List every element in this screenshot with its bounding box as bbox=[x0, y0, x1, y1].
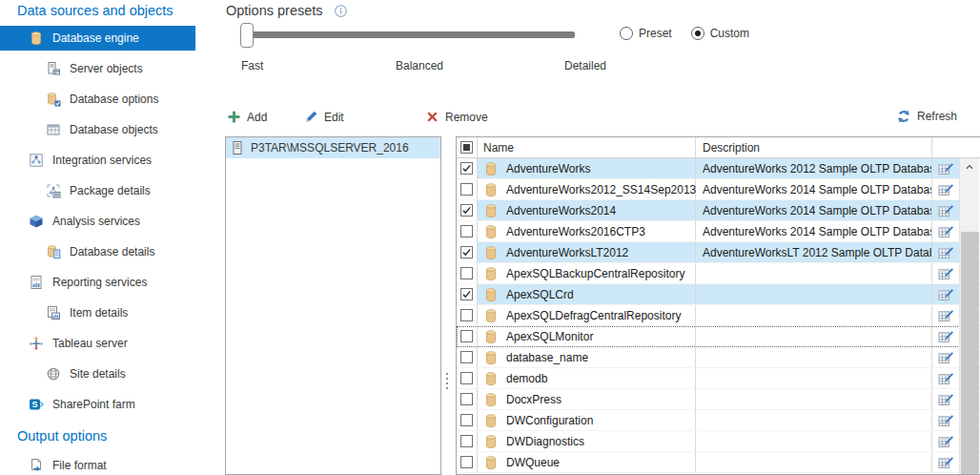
row-checkbox[interactable] bbox=[460, 456, 473, 468]
server-list-item[interactable]: P3TAR\MSSQLSERVER_2016 bbox=[226, 137, 440, 158]
row-description-cell[interactable] bbox=[696, 263, 932, 283]
row-checkbox-cell[interactable] bbox=[457, 284, 478, 304]
sidebar-item-database-details[interactable]: Database details bbox=[0, 237, 221, 267]
sidebar-item-file-format[interactable]: File format bbox=[0, 450, 221, 475]
row-name-cell[interactable]: ApexSQLMonitor bbox=[478, 326, 696, 346]
radio-custom-circle[interactable] bbox=[691, 27, 704, 40]
row-checkbox[interactable] bbox=[460, 183, 473, 196]
sidebar-item-tableau-server[interactable]: Tableau server bbox=[0, 328, 221, 359]
row-name-cell[interactable]: DWConfiguration bbox=[478, 410, 696, 430]
row-description-cell[interactable] bbox=[696, 284, 932, 304]
sidebar-item-sharepoint-farm[interactable]: SSharePoint farm bbox=[0, 389, 221, 420]
row-checkbox[interactable] bbox=[460, 288, 473, 300]
select-all-checkbox[interactable] bbox=[457, 137, 478, 157]
row-name-cell[interactable]: ApexSQLBackupCentralRepository bbox=[478, 263, 696, 283]
sidebar-item-item-details[interactable]: Item details bbox=[0, 298, 221, 328]
row-description-cell[interactable]: AdventureWorksLT 2012 Sample OLTP Databa… bbox=[696, 242, 932, 262]
sidebar-item-analysis-services[interactable]: Analysis services bbox=[0, 206, 221, 237]
presets-slider-track[interactable] bbox=[241, 31, 575, 38]
row-checkbox-cell[interactable] bbox=[457, 305, 478, 325]
row-name-cell[interactable]: database_name bbox=[478, 347, 696, 367]
radio-preset[interactable]: Preset bbox=[620, 27, 672, 40]
table-row[interactable]: AdventureWorksLT2012AdventureWorksLT 201… bbox=[457, 242, 980, 263]
row-checkbox-cell[interactable] bbox=[457, 221, 478, 241]
sidebar-item-database-options[interactable]: Database options bbox=[0, 84, 221, 114]
column-header-description[interactable]: Description bbox=[696, 137, 932, 157]
table-row[interactable]: database_name bbox=[457, 347, 980, 368]
row-description-cell[interactable]: AdventureWorks 2014 Sample OLTP Database bbox=[696, 179, 932, 199]
presets-slider-thumb[interactable] bbox=[240, 23, 254, 48]
vertical-scrollbar[interactable] bbox=[959, 158, 979, 474]
table-row[interactable]: ApexSQLCrd bbox=[457, 284, 980, 305]
row-edit-button[interactable] bbox=[932, 389, 959, 409]
row-checkbox[interactable] bbox=[460, 246, 473, 258]
remove-server-button[interactable]: Remove bbox=[425, 110, 488, 124]
row-name-cell[interactable]: AdventureWorks2012_SS14Sep2013 bbox=[478, 179, 696, 199]
row-description-cell[interactable] bbox=[696, 431, 932, 451]
row-edit-button[interactable] bbox=[932, 347, 959, 367]
row-name-cell[interactable]: ApexSQLCrd bbox=[478, 284, 696, 304]
sidebar-item-database-engine[interactable]: Database engine bbox=[0, 26, 195, 51]
refresh-button[interactable]: Refresh bbox=[896, 109, 957, 124]
table-row[interactable]: demodb bbox=[457, 368, 980, 389]
row-description-cell[interactable] bbox=[696, 305, 932, 325]
row-description-cell[interactable] bbox=[696, 452, 932, 472]
row-checkbox-cell[interactable] bbox=[457, 410, 478, 430]
row-name-cell[interactable]: demodb bbox=[478, 368, 696, 388]
row-description-cell[interactable] bbox=[696, 326, 932, 346]
row-checkbox[interactable] bbox=[460, 162, 473, 175]
row-edit-button[interactable] bbox=[932, 305, 959, 325]
row-checkbox[interactable] bbox=[460, 414, 473, 426]
row-name-cell[interactable]: DWDiagnostics bbox=[478, 431, 696, 451]
row-edit-button[interactable] bbox=[932, 221, 959, 241]
radio-preset-circle[interactable] bbox=[620, 27, 633, 40]
row-name-cell[interactable]: AdventureWorks2016CTP3 bbox=[478, 221, 696, 241]
row-checkbox-cell[interactable] bbox=[457, 368, 478, 388]
row-checkbox-cell[interactable] bbox=[457, 347, 478, 367]
table-row[interactable]: ApexSQLMonitor bbox=[457, 326, 980, 347]
add-server-button[interactable]: Add bbox=[227, 110, 267, 124]
row-checkbox-cell[interactable] bbox=[457, 242, 478, 262]
row-edit-button[interactable] bbox=[932, 263, 959, 283]
select-all-checkbox-box[interactable] bbox=[460, 141, 473, 154]
sidebar-item-server-objects[interactable]: Server objects bbox=[0, 53, 221, 84]
row-checkbox-cell[interactable] bbox=[457, 431, 478, 451]
scrollbar-up-arrow[interactable] bbox=[960, 158, 979, 176]
column-header-name[interactable]: Name bbox=[478, 137, 696, 157]
row-name-cell[interactable]: DWQueue bbox=[478, 452, 696, 472]
row-checkbox-cell[interactable] bbox=[457, 452, 478, 472]
row-description-cell[interactable]: AdventureWorks 2014 Sample OLTP Database bbox=[696, 200, 932, 220]
row-checkbox[interactable] bbox=[460, 330, 473, 342]
table-row[interactable]: DWQueue bbox=[457, 452, 980, 473]
edit-server-button[interactable]: Edit bbox=[304, 110, 344, 124]
row-edit-button[interactable] bbox=[932, 200, 959, 220]
radio-custom[interactable]: Custom bbox=[691, 27, 749, 40]
row-description-cell[interactable]: AdventureWorks 2014 Sample OLTP Database bbox=[696, 221, 932, 241]
row-edit-button[interactable] bbox=[932, 242, 959, 262]
table-row[interactable]: ApexSQLDefragCentralRepository bbox=[457, 305, 980, 326]
table-row[interactable]: AdventureWorksAdventureWorks 2012 Sample… bbox=[457, 158, 980, 179]
row-edit-button[interactable] bbox=[932, 410, 959, 430]
sidebar-item-reporting-services[interactable]: Reporting services bbox=[0, 267, 221, 298]
table-row[interactable]: AdventureWorks2016CTP3AdventureWorks 201… bbox=[457, 221, 980, 242]
table-row[interactable]: DWConfiguration bbox=[457, 410, 980, 431]
row-name-cell[interactable]: ApexSQLDefragCentralRepository bbox=[478, 305, 696, 325]
info-icon[interactable] bbox=[334, 4, 348, 18]
row-checkbox[interactable] bbox=[460, 267, 473, 279]
splitter-handle[interactable] bbox=[445, 373, 449, 396]
row-checkbox-cell[interactable] bbox=[457, 200, 478, 220]
sidebar-item-site-details[interactable]: Site details bbox=[0, 359, 221, 389]
row-checkbox[interactable] bbox=[460, 351, 473, 363]
row-checkbox[interactable] bbox=[460, 393, 473, 405]
table-row[interactable]: DWDiagnostics bbox=[457, 431, 980, 452]
scrollbar-thumb[interactable] bbox=[961, 232, 979, 474]
row-edit-button[interactable] bbox=[932, 284, 959, 304]
row-checkbox[interactable] bbox=[460, 225, 473, 238]
table-row[interactable]: AdventureWorks2012_SS14Sep2013AdventureW… bbox=[457, 179, 980, 200]
table-row[interactable]: AdventureWorks2014AdventureWorks 2014 Sa… bbox=[457, 200, 980, 221]
sidebar-item-integration-services[interactable]: Integration services bbox=[0, 145, 221, 176]
table-row[interactable]: DocxPress bbox=[457, 389, 980, 410]
row-description-cell[interactable] bbox=[696, 410, 932, 430]
row-name-cell[interactable]: AdventureWorks2014 bbox=[478, 200, 696, 220]
row-edit-button[interactable] bbox=[932, 431, 959, 451]
